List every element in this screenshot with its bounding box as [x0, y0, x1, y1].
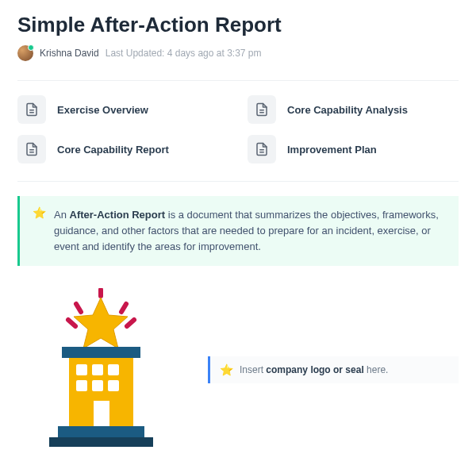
toc-label: Exercise Overview	[57, 104, 148, 116]
star-icon: ⭐	[33, 207, 46, 255]
divider	[17, 181, 459, 182]
document-icon	[248, 95, 276, 124]
document-icon	[17, 95, 46, 124]
svg-rect-19	[76, 380, 87, 391]
last-updated: Last Updated: 4 days ago at 3:37 pm	[106, 48, 262, 59]
svg-marker-13	[74, 298, 128, 348]
author-name: Krishna David	[40, 48, 99, 59]
svg-rect-16	[76, 364, 87, 375]
toc-label: Core Capability Analysis	[287, 104, 408, 116]
svg-rect-14	[62, 347, 140, 358]
svg-rect-23	[58, 426, 144, 437]
svg-line-11	[121, 304, 126, 312]
callout-definition: ⭐ An After-Action Report is a document t…	[17, 196, 459, 266]
svg-rect-18	[108, 364, 119, 375]
svg-rect-20	[92, 380, 103, 391]
toc-item-core-capability-report[interactable]: Core Capability Report	[17, 135, 228, 163]
toc-label: Improvement Plan	[287, 144, 377, 156]
svg-rect-21	[108, 380, 119, 391]
logo-hint-text: Insert company logo or seal here.	[240, 364, 388, 375]
building-illustration	[17, 288, 184, 451]
svg-line-10	[76, 304, 81, 312]
toc-label: Core Capability Report	[57, 144, 169, 156]
author-avatar[interactable]	[17, 45, 33, 61]
content-row: ⭐ Insert company logo or seal here.	[17, 288, 459, 451]
logo-hint-callout: ⭐ Insert company logo or seal here.	[208, 356, 459, 383]
document-meta: Krishna David Last Updated: 4 days ago a…	[17, 45, 459, 61]
svg-rect-22	[94, 401, 109, 426]
page-title: Simple After-Action Report	[17, 13, 459, 37]
toc-grid: Exercise Overview Core Capability Analys…	[17, 95, 459, 163]
divider	[17, 80, 459, 81]
document-icon	[17, 135, 46, 163]
callout-text: An After-Action Report is a document tha…	[54, 207, 446, 255]
svg-rect-17	[92, 364, 103, 375]
toc-item-exercise-overview[interactable]: Exercise Overview	[17, 95, 228, 124]
star-icon: ⭐	[220, 364, 233, 375]
svg-rect-24	[49, 437, 153, 447]
toc-item-improvement-plan[interactable]: Improvement Plan	[248, 135, 459, 163]
document-icon	[248, 135, 276, 163]
svg-line-8	[68, 320, 75, 326]
svg-line-9	[127, 320, 134, 326]
toc-item-core-capability-analysis[interactable]: Core Capability Analysis	[248, 95, 459, 124]
